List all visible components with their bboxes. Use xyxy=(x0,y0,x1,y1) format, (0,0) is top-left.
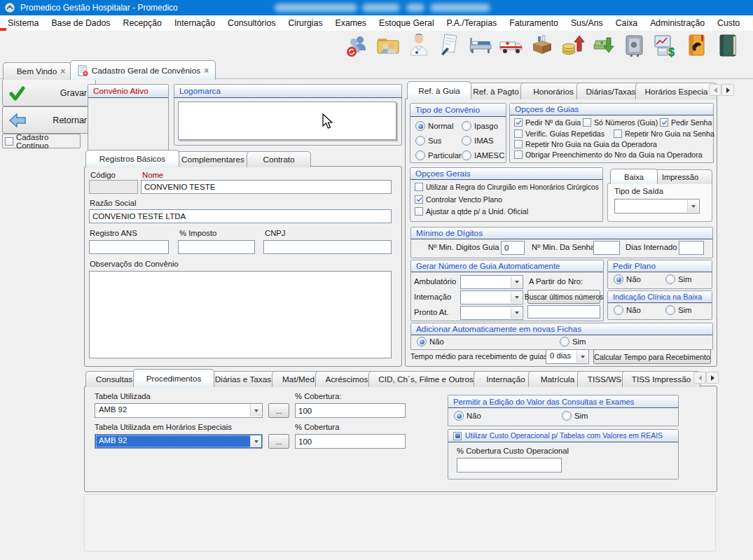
custo-operacional-checkbox[interactable] xyxy=(453,432,462,440)
pronto-at-dropdown[interactable] xyxy=(460,306,523,320)
menu-item-base-de-dados[interactable]: Base de Dados xyxy=(45,16,116,30)
razao-social-input[interactable] xyxy=(89,209,392,223)
menu-item-caixa[interactable]: Caixa xyxy=(609,16,644,30)
toolbar-button-ledger[interactable] xyxy=(714,32,753,59)
guia-tabs-scroll-right[interactable] xyxy=(721,84,734,96)
radio-imas[interactable]: IMAS xyxy=(462,136,494,146)
tabela-especiais-dropdown[interactable]: AMB 92 xyxy=(95,434,263,449)
check-ajustar-qtde-unid-oficial[interactable]: Ajustar a qtde p/ a Unid. Oficial xyxy=(415,207,528,216)
menu-item-estoque-geral[interactable]: Estoque Geral xyxy=(373,16,441,30)
tab-complementares[interactable]: Complementares xyxy=(170,151,256,167)
menu-item-sus-ans[interactable]: Sus/Ans xyxy=(565,16,609,30)
menu-item-administracao[interactable]: Administração xyxy=(644,16,711,30)
tab-horarios-especiais[interactable]: Horários Especia xyxy=(635,83,717,99)
tab-registros-basicos[interactable]: Registros Básicos xyxy=(85,150,179,167)
buscar-ultimos-numeros-button[interactable]: Buscar últimos números xyxy=(527,290,600,304)
tabela-especiais-browse-button[interactable]: ... xyxy=(268,434,289,449)
tab-baixa[interactable]: Baixa xyxy=(610,169,658,184)
toolbar-button-stock[interactable] xyxy=(529,32,555,59)
observacoes-textarea[interactable] xyxy=(89,271,392,358)
menu-item-sistema[interactable]: Sistema xyxy=(1,16,45,30)
menu-item-consultorios[interactable]: Consultórios xyxy=(221,16,282,30)
tab-contrato[interactable]: Contrato xyxy=(247,151,311,167)
tab-ref-a-guia[interactable]: Ref. à Guia xyxy=(407,81,471,99)
indicacao-radio-nao[interactable]: Não xyxy=(614,305,641,315)
retornar-button[interactable]: Retornar xyxy=(2,106,96,134)
tabela-utilizada-dropdown[interactable]: AMB 92 xyxy=(95,403,263,418)
tabela-browse-button[interactable]: ... xyxy=(268,403,289,418)
check-repetir-nro-guia-operadora[interactable]: Repetir Nro Guia na Guia da Operadora xyxy=(514,140,657,148)
proc-tabs-scroll-left[interactable] xyxy=(693,372,706,384)
toolbar-button-ambulance[interactable] xyxy=(498,32,525,59)
close-icon[interactable]: × xyxy=(204,66,209,75)
tipo-de-saida-dropdown[interactable] xyxy=(614,199,700,214)
check-so-numeros-guia[interactable]: Só Números (Guia) xyxy=(583,118,658,127)
tab-diarias-e-taxas[interactable]: Diárias e Taxas xyxy=(205,371,282,387)
tab-bem-vindo[interactable]: Bem Vindo × xyxy=(3,62,79,80)
permitir-radio-sim[interactable]: Sim xyxy=(562,411,588,421)
guia-tabs-scroll-left[interactable] xyxy=(709,84,721,96)
toolbar-button-patients[interactable] xyxy=(375,32,401,59)
check-pedir-no-da-guia[interactable]: Pedir Nº da Guia xyxy=(514,118,581,127)
cnpj-input[interactable] xyxy=(263,240,392,254)
toolbar-button-billing[interactable]: $ xyxy=(652,32,679,59)
cadastro-continuo-checkbox[interactable]: Cadastro Contínuo xyxy=(2,134,81,148)
tab-cadastro-geral-de-convenios[interactable]: Cadastro Geral de Convênios × xyxy=(70,60,216,80)
tab-tiss-impressao[interactable]: TISS Impressão xyxy=(622,371,700,387)
registro-ans-input[interactable] xyxy=(89,240,169,254)
toolbar-button-sync-users[interactable] xyxy=(344,32,371,59)
menu-item-faturamento[interactable]: Faturamento xyxy=(503,16,565,30)
toolbar-button-doctor[interactable] xyxy=(406,32,432,59)
min-senha-input[interactable] xyxy=(593,241,620,255)
cobertura1-input[interactable] xyxy=(295,403,406,418)
internacao-dropdown[interactable] xyxy=(460,290,523,304)
close-icon[interactable]: × xyxy=(60,67,65,76)
toolbar-button-expense[interactable] xyxy=(590,32,617,59)
tab-cid-chs-filme-outros[interactable]: CID, Ch´s, Filme e Outros xyxy=(368,371,483,387)
nome-input[interactable] xyxy=(141,180,392,194)
min-digitos-guia-input[interactable] xyxy=(501,241,525,255)
check-verific-guias-repetidas[interactable]: Verific. Guias Repetidas xyxy=(514,130,605,138)
dias-internado-input[interactable] xyxy=(679,241,704,255)
logomarca-image-box[interactable] xyxy=(178,102,396,140)
radio-sus[interactable]: Sus xyxy=(415,136,441,146)
pedir-plano-radio-sim[interactable]: Sim xyxy=(665,274,691,284)
toolbar-button-phonebook[interactable] xyxy=(683,32,710,59)
cobertura2-input[interactable] xyxy=(295,434,406,449)
menu-item-pa-terapias[interactable]: P.A./Terapias xyxy=(441,16,504,30)
imposto-input[interactable] xyxy=(178,240,255,254)
pedir-plano-radio-nao[interactable]: Não xyxy=(614,274,641,284)
adicionar-radio-nao[interactable]: Não xyxy=(417,337,444,346)
gravar-button[interactable]: Gravar xyxy=(2,79,96,106)
phone-book-icon xyxy=(684,33,709,58)
indicacao-radio-sim[interactable]: Sim xyxy=(665,305,691,315)
menu-item-recepcao[interactable]: Recepção xyxy=(117,16,168,30)
check-pedir-senha[interactable]: Pedir Senha xyxy=(660,118,712,127)
cobertura-custo-input[interactable] xyxy=(457,458,562,472)
check-obrigar-preenchimento-nro[interactable]: Obrigar Preenchimento do Nro da Guia na … xyxy=(514,150,703,159)
ambulatorio-dropdown[interactable] xyxy=(460,275,523,289)
menu-item-bi[interactable]: BI xyxy=(746,16,753,30)
menu-item-exames[interactable]: Exames xyxy=(329,16,373,30)
proc-tabs-scroll-right[interactable] xyxy=(706,372,719,384)
menu-item-internacao[interactable]: Internação xyxy=(168,16,221,30)
menu-item-custo[interactable]: Custo xyxy=(711,16,746,30)
calcular-tempo-button[interactable]: Calcular Tempo para Recebimento xyxy=(593,349,711,364)
tempo-medio-dropdown[interactable]: 0 dias xyxy=(546,349,589,364)
radio-ipasgo[interactable]: Ipasgo xyxy=(462,121,498,131)
toolbar-button-safe[interactable] xyxy=(621,32,648,59)
a-partir-do-nro-input[interactable] xyxy=(527,305,600,318)
toolbar-button-contract[interactable] xyxy=(436,32,463,59)
adicionar-radio-sim[interactable]: Sim xyxy=(560,337,586,346)
check-repetir-nro-guia-senha[interactable]: Repetir Nro Guia na Senha xyxy=(614,130,714,138)
radio-iamesc[interactable]: IAMESC xyxy=(462,150,504,160)
toolbar-button-hospital-bed[interactable] xyxy=(467,32,494,59)
tab-procedimentos[interactable]: Procedimentos xyxy=(133,369,214,387)
menu-item-cirurgias[interactable]: Cirurgias xyxy=(282,16,329,30)
check-controlar-vencto-plano[interactable]: Controlar Vencto Plano xyxy=(415,195,502,204)
permitir-radio-nao[interactable]: Não xyxy=(454,411,481,421)
radio-particular[interactable]: Particular xyxy=(415,150,462,160)
radio-normal[interactable]: Normal xyxy=(415,121,453,131)
toolbar-button-revenue[interactable] xyxy=(560,32,586,59)
check-regra-cirurgiao[interactable]: Utilizar a Regra do Cirurgião em Honorár… xyxy=(415,183,599,191)
